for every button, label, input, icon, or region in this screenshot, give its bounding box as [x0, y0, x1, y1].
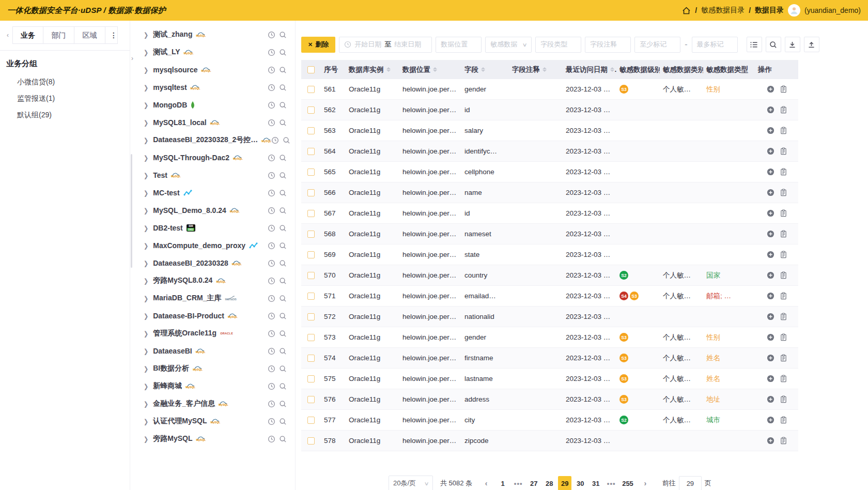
clock-icon[interactable] — [268, 312, 275, 320]
search-icon[interactable] — [279, 242, 287, 250]
detail-clipboard-icon[interactable] — [780, 333, 787, 341]
user-avatar[interactable] — [788, 4, 800, 17]
chevron-right-icon[interactable]: ❯ — [144, 136, 148, 144]
row-checkbox[interactable] — [307, 313, 315, 320]
add-mark-icon[interactable] — [767, 313, 774, 320]
max-mark-input[interactable]: 最多标记 — [692, 37, 738, 53]
sidebar-tab-0[interactable]: 业务 — [12, 26, 43, 44]
row-checkbox[interactable] — [307, 106, 315, 114]
clock-icon[interactable] — [268, 154, 275, 162]
username-label[interactable]: (yuandian_demo) — [804, 6, 861, 14]
detail-clipboard-icon[interactable] — [780, 189, 787, 196]
search-icon[interactable] — [279, 365, 287, 373]
search-icon[interactable] — [279, 277, 287, 285]
search-icon[interactable] — [279, 418, 287, 425]
search-icon[interactable] — [279, 172, 287, 179]
sort-icon[interactable] — [386, 67, 391, 72]
detail-clipboard-icon[interactable] — [780, 209, 787, 217]
chevron-right-icon[interactable]: ❯ — [144, 259, 148, 267]
cell-type[interactable]: 性别 — [703, 79, 755, 100]
detail-clipboard-icon[interactable] — [780, 354, 787, 362]
search-icon[interactable] — [279, 259, 287, 267]
detail-clipboard-icon[interactable] — [780, 127, 787, 134]
next-page-button[interactable]: › — [639, 476, 652, 490]
add-mark-icon[interactable] — [767, 292, 774, 300]
cell-type[interactable]: 姓名 — [703, 369, 755, 389]
chevron-right-icon[interactable]: ❯ — [144, 295, 148, 302]
cell-type[interactable]: 城市 — [703, 410, 755, 431]
search-icon[interactable] — [279, 189, 287, 197]
row-checkbox[interactable] — [307, 189, 315, 196]
row-checkbox[interactable] — [307, 231, 315, 238]
tree-item[interactable]: ❯MC-test — [130, 184, 295, 202]
cell-type[interactable]: 性别 — [703, 327, 755, 348]
row-checkbox[interactable] — [307, 437, 315, 445]
sort-icon[interactable] — [610, 67, 614, 72]
tree-item[interactable]: ❯测试_LYMySQL — [130, 43, 295, 61]
chevron-right-icon[interactable]: ❯ — [144, 101, 148, 109]
add-mark-icon[interactable] — [767, 209, 774, 217]
column-list-button[interactable] — [747, 37, 762, 52]
search-icon[interactable] — [279, 49, 287, 56]
row-checkbox[interactable] — [307, 148, 315, 155]
cell-type[interactable]: 地址 — [703, 389, 755, 410]
add-mark-icon[interactable] — [767, 437, 774, 445]
detail-clipboard-icon[interactable] — [780, 292, 787, 300]
tree-item[interactable]: ❯DataeaseBI_20230328_2号控…MySQL — [130, 131, 295, 149]
field-comment-input[interactable]: 字段注释 — [585, 37, 631, 53]
detail-clipboard-icon[interactable] — [780, 375, 787, 382]
breadcrumb-item-sensitive-catalog[interactable]: 敏感数据目录 — [701, 6, 745, 15]
sensitive-data-select[interactable]: 敏感数据 ∨ — [485, 37, 532, 53]
add-mark-icon[interactable] — [767, 251, 774, 258]
clock-icon[interactable] — [268, 189, 275, 197]
search-icon[interactable] — [283, 136, 290, 144]
chevron-right-icon[interactable]: ❯ — [144, 31, 148, 39]
column-header-instance[interactable]: 数据库实例 — [346, 60, 399, 79]
tree-item[interactable]: ❯DB2-testIBMDB2 — [130, 219, 295, 237]
cell-type[interactable]: 国家 — [703, 265, 755, 286]
sidebar-tab-1[interactable]: 部门 — [43, 26, 74, 44]
page-button-29[interactable]: 29 — [558, 476, 571, 490]
row-checkbox[interactable] — [307, 334, 315, 341]
sort-icon[interactable] — [542, 67, 547, 72]
tree-item[interactable]: ❯管理系统Oracle11gORACLE — [130, 325, 295, 342]
row-checkbox[interactable] — [307, 272, 315, 279]
chevron-right-icon[interactable]: ❯ — [144, 277, 148, 285]
chevron-right-icon[interactable]: ❯ — [144, 189, 148, 197]
detail-clipboard-icon[interactable] — [780, 168, 787, 176]
row-checkbox[interactable] — [307, 86, 315, 93]
tree-expand-icon[interactable]: › — [131, 55, 133, 62]
cell-type[interactable]: 邮箱; … — [703, 286, 755, 307]
clock-icon[interactable] — [268, 365, 275, 373]
chevron-right-icon[interactable]: ❯ — [144, 154, 148, 162]
tree-item[interactable]: ❯BI数据分析MySQL — [130, 360, 295, 377]
sidebar-tab-3[interactable]: ⋮ — [105, 26, 118, 44]
add-mark-icon[interactable] — [767, 168, 774, 176]
tree-item[interactable]: ❯旁路MySQL8.0.24MySQL — [130, 272, 295, 289]
clock-icon[interactable] — [268, 382, 275, 390]
page-button-1[interactable]: 1 — [496, 476, 509, 490]
add-mark-icon[interactable] — [767, 127, 774, 134]
row-checkbox[interactable] — [307, 251, 315, 258]
clock-icon[interactable] — [268, 101, 275, 109]
detail-clipboard-icon[interactable] — [780, 230, 787, 238]
group-item[interactable]: 监管报送(1) — [0, 90, 130, 107]
download-button[interactable] — [785, 37, 800, 52]
tree-item[interactable]: ❯MySQL-Through-Dac2MySQL — [130, 149, 295, 166]
clock-icon[interactable] — [268, 224, 275, 232]
clock-icon[interactable] — [268, 207, 275, 215]
clock-icon[interactable] — [268, 418, 275, 425]
column-header-field[interactable]: 字段 — [461, 60, 509, 79]
tree-item[interactable]: ❯MariaDB_CRM_主库MariaDB — [130, 289, 295, 307]
tree-item[interactable]: ❯认证代理MySQLMySQL — [130, 412, 295, 430]
cell-type[interactable]: 姓名 — [703, 348, 755, 369]
column-header-last_access[interactable]: 最近访问日期 — [563, 60, 616, 79]
tree-item[interactable]: ❯Dataease-BI-ProductMySQL — [130, 307, 295, 325]
tree-item[interactable]: ❯MaxCompute_demo_proxy — [130, 237, 295, 254]
search-icon[interactable] — [279, 347, 287, 355]
tree-item[interactable]: ❯MongoDB — [130, 96, 295, 114]
select-all-checkbox[interactable] — [307, 66, 315, 73]
add-mark-icon[interactable] — [767, 395, 774, 403]
chevron-right-icon[interactable]: ❯ — [144, 435, 148, 443]
row-checkbox[interactable] — [307, 375, 315, 382]
